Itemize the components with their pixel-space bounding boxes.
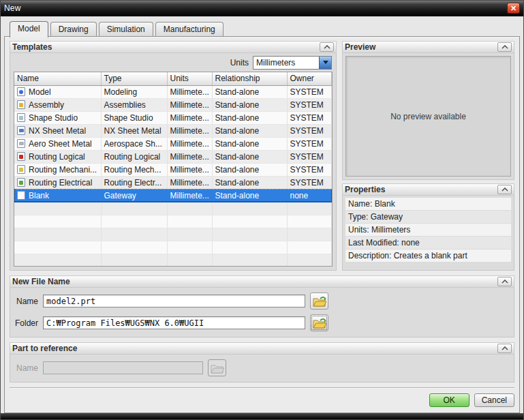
part-to-reference-header: Part to reference xyxy=(10,342,514,355)
template-name-cell: Aero Sheet Metal xyxy=(14,137,101,150)
open-folder-icon xyxy=(313,296,326,307)
template-cell: Stand-alone xyxy=(212,124,287,137)
preview-collapse-button[interactable] xyxy=(497,42,512,52)
part-to-reference-section: Part to reference Name xyxy=(10,342,514,382)
empty-cell xyxy=(101,254,167,267)
template-cell: SYSTEM xyxy=(287,111,332,124)
template-cell: Gateway xyxy=(101,189,167,202)
templates-header: Templates xyxy=(10,41,337,53)
template-cell: Routing Logical xyxy=(101,150,167,163)
template-table-header-row: NameTypeUnitsRelationshipOwner xyxy=(14,72,332,85)
nx-sheet-metal-icon xyxy=(17,126,25,135)
template-cell: SYSTEM xyxy=(287,124,332,137)
window-title: New xyxy=(4,3,21,13)
file-name-input[interactable] xyxy=(43,295,305,308)
new-file-name-collapse-button[interactable] xyxy=(497,277,512,286)
chevron-up-icon xyxy=(502,45,508,49)
template-name-cell: Routing Mechani... xyxy=(14,163,101,176)
column-header-name[interactable]: Name xyxy=(14,72,101,85)
routing-mechanical-icon xyxy=(17,165,25,174)
template-cell: Millimete... xyxy=(167,111,212,124)
tab-manufacturing[interactable]: Manufacturing xyxy=(155,22,224,37)
empty-cell xyxy=(287,254,332,267)
properties-body: Name: BlankType: GatewayUnits: Millimete… xyxy=(342,196,514,271)
empty-cell xyxy=(167,241,212,254)
close-icon[interactable]: ✕ xyxy=(507,3,520,14)
reference-name-input xyxy=(43,361,203,374)
units-label: Units xyxy=(230,58,249,68)
tab-drawing[interactable]: Drawing xyxy=(50,22,97,37)
shape-studio-icon xyxy=(17,113,25,122)
template-row-routing-logical[interactable]: Routing LogicalRouting LogicalMillimete.… xyxy=(14,150,332,163)
template-cell: SYSTEM xyxy=(287,137,332,150)
tab-model[interactable]: Model xyxy=(10,21,48,38)
preview-header: Preview xyxy=(342,41,514,53)
empty-cell xyxy=(14,254,101,267)
template-row-blank[interactable]: BlankGatewayMillimete...Stand-alonenone xyxy=(14,189,332,202)
dialog-body: ModelDrawingSimulationManufacturing Temp… xyxy=(1,17,523,413)
template-cell: Assemblies xyxy=(101,98,167,111)
templates-section: Templates Units Millimeters xyxy=(10,41,337,271)
template-cell: Millimete... xyxy=(167,137,212,150)
browse-reference-button xyxy=(208,359,226,376)
empty-cell xyxy=(287,241,332,254)
template-cell: Millimete... xyxy=(167,163,212,176)
template-cell: Millimete... xyxy=(167,176,212,189)
template-cell: Stand-alone xyxy=(212,137,287,150)
folder-path-input[interactable] xyxy=(43,316,305,329)
template-row-assembly[interactable]: AssemblyAssembliesMillimete...Stand-alon… xyxy=(14,98,332,111)
templates-collapse-button[interactable] xyxy=(320,42,334,52)
preview-box: No preview available xyxy=(345,56,511,177)
empty-cell xyxy=(287,202,332,215)
units-row: Units Millimeters xyxy=(10,53,336,72)
units-dropdown[interactable]: Millimeters xyxy=(253,56,332,70)
empty-cell xyxy=(101,241,167,254)
properties-collapse-button[interactable] xyxy=(497,185,512,194)
property-row: Type: Gateway xyxy=(345,211,511,223)
new-dialog-window: New ✕ ModelDrawingSimulationManufacturin… xyxy=(0,0,524,420)
column-header-relationship[interactable]: Relationship xyxy=(212,72,287,85)
browse-file-button[interactable] xyxy=(310,292,328,310)
template-row-routing-electrical[interactable]: Routing ElectricalRouting Electr...Milli… xyxy=(14,176,332,189)
empty-cell xyxy=(167,228,212,241)
part-to-reference-collapse-button[interactable] xyxy=(497,344,512,353)
template-row-nx-sheet-metal[interactable]: NX Sheet MetalNX Sheet MetalMillimete...… xyxy=(14,124,332,137)
empty-cell xyxy=(287,228,332,241)
empty-cell xyxy=(101,202,167,215)
browse-folder-button[interactable] xyxy=(310,314,328,331)
empty-row xyxy=(14,202,332,215)
file-name-row: Name xyxy=(14,292,510,310)
template-row-shape-studio[interactable]: Shape StudioShape StudioMillimete...Stan… xyxy=(14,111,332,124)
template-cell: SYSTEM xyxy=(287,176,332,189)
template-name-cell: Shape Studio xyxy=(14,111,101,124)
template-cell: Stand-alone xyxy=(212,98,287,111)
template-name-cell: Routing Logical xyxy=(14,150,101,163)
chevron-down-icon[interactable] xyxy=(319,57,331,69)
template-row-model[interactable]: ModelModelingMillimete...Stand-aloneSYST… xyxy=(14,85,332,98)
chevron-up-icon xyxy=(502,188,508,192)
tab-bar: ModelDrawingSimulationManufacturing xyxy=(4,20,520,36)
reference-name-row: Name xyxy=(14,359,510,376)
column-header-type[interactable]: Type xyxy=(101,72,167,85)
chevron-up-icon xyxy=(324,45,330,49)
cancel-button[interactable]: Cancel xyxy=(474,393,514,407)
template-row-routing-mechani[interactable]: Routing Mechani...Routing Mech...Millime… xyxy=(14,163,332,176)
empty-cell xyxy=(212,241,287,254)
column-header-units[interactable]: Units xyxy=(167,72,212,85)
empty-cell xyxy=(212,228,287,241)
column-header-owner[interactable]: Owner xyxy=(287,72,332,85)
ok-button[interactable]: OK xyxy=(429,393,469,407)
empty-row xyxy=(14,241,332,254)
empty-cell xyxy=(167,202,212,215)
folder-icon xyxy=(211,363,224,374)
chevron-up-icon xyxy=(502,346,508,350)
dialog-footer: OK Cancel xyxy=(10,382,514,409)
open-folder-icon xyxy=(313,318,326,329)
template-row-aero-sheet-metal[interactable]: Aero Sheet MetalAerospace Sh...Millimete… xyxy=(14,137,332,150)
template-cell: SYSTEM xyxy=(287,98,332,111)
footer-separator xyxy=(10,387,514,388)
tab-simulation[interactable]: Simulation xyxy=(99,22,153,37)
empty-cell xyxy=(101,215,167,228)
template-cell: Routing Mech... xyxy=(101,163,167,176)
template-cell: SYSTEM xyxy=(287,85,332,98)
